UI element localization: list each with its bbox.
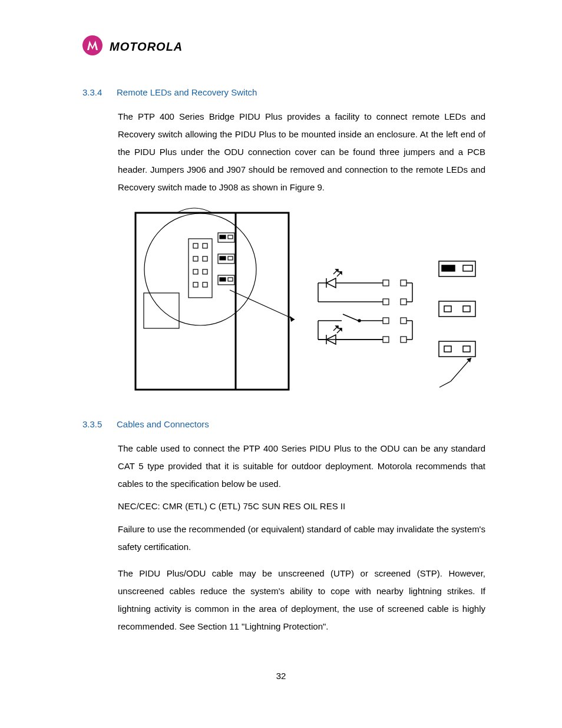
- motorola-logo-icon: [82, 35, 103, 58]
- svg-rect-27: [383, 299, 389, 305]
- figure-9-diagram: [124, 205, 503, 396]
- svg-line-23: [230, 290, 295, 319]
- svg-rect-65: [463, 265, 472, 271]
- svg-rect-18: [220, 256, 226, 260]
- svg-rect-31: [383, 337, 389, 342]
- svg-rect-26: [401, 280, 406, 286]
- svg-rect-13: [203, 282, 207, 287]
- cable-spec: NEC/CEC: CMR (ETL) C (ETL) 75C SUN RES O…: [118, 501, 503, 511]
- svg-rect-30: [401, 318, 406, 324]
- svg-rect-70: [444, 346, 451, 352]
- svg-rect-67: [444, 306, 451, 312]
- svg-rect-68: [463, 306, 470, 312]
- svg-marker-73: [467, 358, 471, 363]
- svg-line-72: [451, 358, 471, 381]
- svg-line-74: [439, 381, 451, 387]
- svg-rect-16: [228, 235, 233, 239]
- svg-rect-64: [442, 265, 455, 271]
- paragraph: Failure to use the recommended (or equiv…: [118, 521, 485, 556]
- svg-rect-8: [193, 256, 198, 261]
- svg-point-0: [82, 35, 103, 55]
- svg-rect-29: [383, 318, 389, 324]
- svg-rect-7: [203, 243, 207, 248]
- paragraph: The PIDU Plus/ODU cable may be unscreene…: [118, 565, 485, 635]
- section-heading-334: 3.3.4 Remote LEDs and Recovery Switch: [82, 87, 503, 97]
- section-heading-335: 3.3.5 Cables and Connectors: [82, 419, 503, 429]
- svg-line-48: [343, 314, 358, 321]
- svg-rect-21: [220, 278, 226, 281]
- svg-rect-32: [401, 337, 406, 342]
- svg-point-3: [144, 213, 256, 325]
- svg-rect-22: [228, 278, 233, 281]
- svg-rect-71: [463, 346, 470, 352]
- svg-rect-5: [189, 239, 212, 298]
- svg-rect-12: [193, 282, 198, 287]
- page-number: 32: [59, 671, 503, 681]
- svg-rect-10: [193, 269, 198, 274]
- page-container: MOTOROLA 3.3.4 Remote LEDs and Recovery …: [0, 0, 562, 704]
- svg-rect-6: [193, 243, 198, 248]
- svg-rect-4: [144, 293, 179, 328]
- section-number: 3.3.4: [82, 87, 106, 97]
- svg-marker-34: [326, 278, 336, 288]
- svg-rect-15: [220, 235, 226, 239]
- brand-header: MOTOROLA: [82, 35, 503, 58]
- section-title: Remote LEDs and Recovery Switch: [117, 87, 257, 97]
- svg-rect-28: [401, 299, 406, 305]
- section-number: 3.3.5: [82, 419, 106, 429]
- svg-rect-9: [203, 256, 207, 261]
- paragraph: The cable used to connect the PTP 400 Se…: [118, 440, 485, 493]
- svg-rect-25: [383, 280, 389, 286]
- svg-rect-19: [228, 256, 233, 260]
- svg-point-47: [358, 319, 361, 322]
- section-title: Cables and Connectors: [117, 419, 209, 429]
- paragraph: The PTP 400 Series Bridge PIDU Plus prov…: [118, 108, 485, 196]
- brand-name: MOTOROLA: [110, 40, 183, 54]
- svg-rect-11: [203, 269, 207, 274]
